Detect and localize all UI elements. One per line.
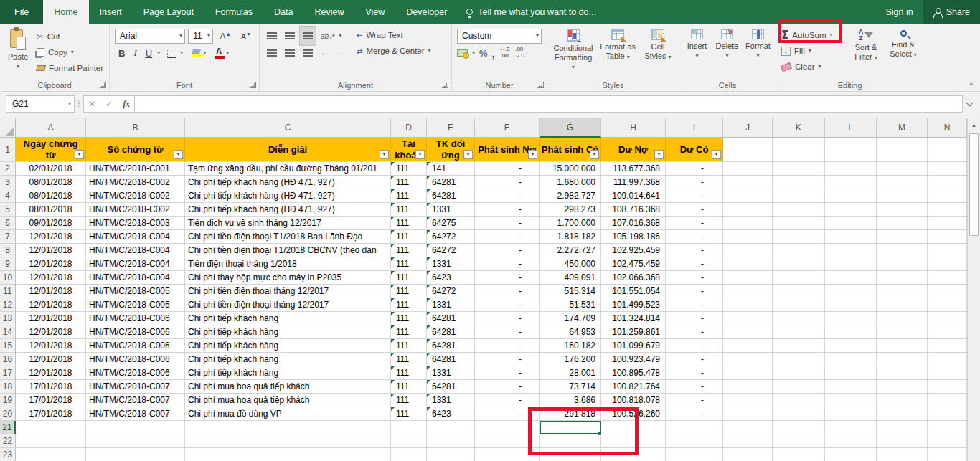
- cell-K18[interactable]: [773, 380, 825, 394]
- cell-C7[interactable]: Chi phí tiền điện thoại T1/2018 Ban Lãnh…: [185, 230, 391, 244]
- cell-styles-button[interactable]: CellStyles ▾: [639, 26, 677, 60]
- row-header-23[interactable]: 23: [0, 448, 16, 461]
- format-as-table-button[interactable]: Format asTable ▾: [596, 26, 639, 60]
- cell-N6[interactable]: [928, 217, 967, 230]
- scroll-up-icon[interactable]: ▲: [968, 118, 980, 131]
- cell-M9[interactable]: [877, 257, 928, 271]
- cell-L19[interactable]: [825, 394, 877, 407]
- cell-L9[interactable]: [825, 257, 877, 271]
- row-header-3[interactable]: 3: [0, 176, 16, 189]
- cell-N15[interactable]: [928, 339, 967, 353]
- cell-L13[interactable]: [825, 312, 877, 325]
- cell-E16[interactable]: 64281: [427, 353, 475, 366]
- cell-A17[interactable]: 12/01/2018: [16, 366, 86, 380]
- cell-I21[interactable]: [666, 421, 723, 434]
- cell-H8[interactable]: 102.925.459: [601, 244, 666, 257]
- cell-E6[interactable]: 64275: [427, 217, 475, 230]
- cell-L12[interactable]: [825, 298, 877, 312]
- cell-L10[interactable]: [825, 271, 877, 285]
- cell-K7[interactable]: [773, 230, 825, 244]
- cell-L11[interactable]: [825, 285, 877, 298]
- cell-K4[interactable]: [773, 189, 825, 203]
- row-header-5[interactable]: 5: [0, 203, 16, 217]
- cell-D15[interactable]: 111: [391, 339, 427, 353]
- cell-K3[interactable]: [773, 176, 825, 189]
- increase-decimal-button[interactable]: ←.0.00: [499, 47, 510, 60]
- cell-F14[interactable]: -: [475, 325, 540, 339]
- fill-color-dropdown-arrow[interactable]: ▾: [203, 50, 206, 56]
- cell-M11[interactable]: [877, 285, 928, 298]
- autosum-button[interactable]: Σ AutoSum ▾: [778, 27, 847, 43]
- cell-H7[interactable]: 105.198.186: [601, 230, 666, 244]
- underline-button[interactable]: U: [142, 48, 156, 59]
- header-cell-K1[interactable]: [773, 138, 825, 162]
- cell-K9[interactable]: [773, 257, 825, 271]
- tab-insert[interactable]: Insert: [89, 0, 133, 24]
- cell-C8[interactable]: Chi phí tiền điện thoại T1/2018 CBCNV (t…: [185, 244, 391, 257]
- cell-I19[interactable]: -: [666, 394, 723, 407]
- cell-H11[interactable]: 101.551.054: [601, 285, 666, 298]
- cell-D10[interactable]: 111: [391, 271, 427, 285]
- cell-H9[interactable]: 102.475.459: [601, 257, 666, 271]
- tab-data[interactable]: Data: [263, 0, 303, 24]
- cell-E11[interactable]: 64272: [427, 285, 475, 298]
- cell-E20[interactable]: 6423: [427, 407, 475, 421]
- cell-G13[interactable]: 174.709: [540, 312, 601, 325]
- cell-E8[interactable]: 64272: [427, 244, 475, 257]
- cancel-icon[interactable]: ✕: [88, 99, 95, 109]
- cell-H17[interactable]: 100.895.478: [601, 366, 666, 380]
- cell-B6[interactable]: HN/TM/C/2018-C003: [86, 217, 185, 230]
- cell-I8[interactable]: -: [666, 244, 723, 257]
- copy-dropdown-arrow[interactable]: ▾: [71, 49, 74, 55]
- cell-B21[interactable]: [86, 421, 185, 434]
- cell-M20[interactable]: [877, 407, 928, 421]
- cell-A20[interactable]: 17/01/2018: [16, 407, 86, 421]
- cell-A23[interactable]: [16, 448, 86, 461]
- cell-N2[interactable]: [928, 162, 967, 176]
- cell-K19[interactable]: [773, 394, 825, 407]
- column-header-M[interactable]: M: [877, 118, 928, 138]
- cell-N4[interactable]: [928, 189, 967, 203]
- row-header-9[interactable]: 9: [0, 257, 16, 271]
- tell-me-box[interactable]: Tell me what you want to do...: [458, 0, 605, 24]
- cell-C20[interactable]: Chi phí mua đồ dùng VP: [185, 407, 391, 421]
- format-painter-button[interactable]: Format Painter: [34, 60, 106, 76]
- cell-C2[interactable]: Tạm ứng xăng dầu, phí cầu đường Tháng 01…: [185, 162, 391, 176]
- cell-K12[interactable]: [773, 298, 825, 312]
- cell-D23[interactable]: [391, 448, 427, 461]
- cell-E22[interactable]: [427, 434, 475, 448]
- cell-N3[interactable]: [928, 176, 967, 189]
- tab-view[interactable]: View: [354, 0, 395, 24]
- cell-K11[interactable]: [773, 285, 825, 298]
- cell-E21[interactable]: [427, 421, 475, 434]
- cell-M12[interactable]: [877, 298, 928, 312]
- cell-M8[interactable]: [877, 244, 928, 257]
- filter-button-I[interactable]: ▼: [712, 150, 721, 159]
- cell-F13[interactable]: -: [475, 312, 540, 325]
- clipboard-dialog-launcher[interactable]: [100, 82, 106, 88]
- cell-M22[interactable]: [877, 434, 928, 448]
- cell-A11[interactable]: 12/01/2018: [16, 285, 86, 298]
- cell-N23[interactable]: [928, 448, 967, 461]
- cell-I9[interactable]: -: [666, 257, 723, 271]
- cell-I13[interactable]: -: [666, 312, 723, 325]
- select-all-corner[interactable]: [0, 118, 16, 138]
- cell-N21[interactable]: [928, 421, 967, 434]
- cell-A12[interactable]: 12/01/2018: [16, 298, 86, 312]
- cell-N14[interactable]: [928, 325, 967, 339]
- cell-D2[interactable]: 111: [391, 162, 427, 176]
- column-header-K[interactable]: K: [773, 118, 825, 138]
- cell-J9[interactable]: [723, 257, 773, 271]
- cell-G15[interactable]: 160.182: [540, 339, 601, 353]
- column-header-E[interactable]: E: [427, 118, 475, 138]
- column-header-L[interactable]: L: [825, 118, 877, 138]
- cell-E18[interactable]: 64281: [427, 380, 475, 394]
- cell-B9[interactable]: HN/TM/C/2018-C004: [86, 257, 185, 271]
- cell-B12[interactable]: HN/TM/C/2018-C005: [86, 298, 185, 312]
- tab-page-layout[interactable]: Page Layout: [133, 0, 204, 24]
- cell-G23[interactable]: [540, 448, 601, 461]
- cell-N17[interactable]: [928, 366, 967, 380]
- copy-button[interactable]: Copy ▾: [34, 44, 106, 60]
- wrap-text-button[interactable]: ↩ Wrap Text: [354, 27, 434, 43]
- cell-H18[interactable]: 100.821.764: [601, 380, 666, 394]
